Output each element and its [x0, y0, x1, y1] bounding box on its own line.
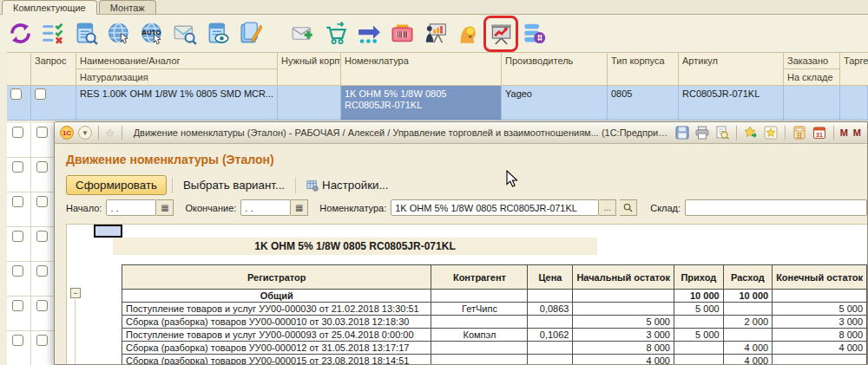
row-case-type-cell[interactable]: 0805	[608, 86, 679, 121]
transfer-icon[interactable]	[356, 20, 382, 48]
row-zapros-cell	[31, 86, 76, 121]
search-icon[interactable]	[620, 199, 637, 216]
zapros-checkbox[interactable]	[36, 300, 48, 311]
row-checkbox[interactable]	[12, 265, 23, 277]
dialog-titlebar[interactable]: 1С ▼ ☆ Движение номенклатуры (Эталон) - …	[55, 122, 867, 144]
header-nomenclature: Номенклатура	[341, 52, 502, 86]
movement-report-dialog: 1С ▼ ☆ Движение номенклатуры (Эталон) - …	[54, 121, 868, 365]
generate-button[interactable]: Сформировать	[66, 175, 167, 195]
row-checkbox[interactable]	[12, 335, 23, 346]
zapros-checkbox[interactable]	[36, 196, 48, 207]
memory-m1-button[interactable]: M	[840, 127, 849, 138]
settings-grid-icon	[306, 179, 319, 192]
row-case-cell[interactable]	[278, 86, 341, 121]
row-manufacturer-cell[interactable]: Yageo	[502, 86, 608, 121]
print-icon[interactable]	[694, 125, 710, 140]
header-article: Артикул	[679, 52, 784, 86]
warehouse-input[interactable]	[685, 199, 867, 216]
selected-spreadsheet-cell[interactable]	[94, 225, 122, 238]
row-select-cell	[7, 86, 31, 121]
zapros-checkbox[interactable]	[36, 161, 48, 173]
choose-variant-button[interactable]: Выбрать вариант...	[178, 176, 290, 194]
group-line	[75, 299, 76, 365]
settings-button[interactable]: Настройки...	[301, 176, 393, 194]
zapros-checkbox[interactable]	[36, 335, 48, 346]
idea-icon[interactable]	[455, 20, 481, 48]
row-checkbox[interactable]	[12, 300, 23, 311]
components-table-header: Запрос Наименование/АналогНатурализация …	[7, 52, 868, 86]
tab-bar: Комплектующие Монтаж	[0, 0, 868, 15]
header-case: Нужный корпус	[278, 52, 341, 86]
cart-icon[interactable]	[323, 20, 349, 48]
row-target-cell[interactable]	[840, 86, 868, 121]
row-ordered-cell[interactable]	[784, 86, 840, 121]
svg-text:AUTO: AUTO	[141, 29, 161, 36]
dialog-body: Движение номенклатуры (Эталон) Сформиров…	[55, 144, 867, 365]
row-checkbox[interactable]	[12, 231, 23, 242]
refresh-icon[interactable]	[7, 20, 33, 48]
end-calendar-button[interactable]: ▦	[291, 199, 308, 216]
end-label: Окончание:	[185, 203, 236, 213]
chevron-down-icon[interactable]: ▼	[78, 126, 92, 140]
header-manufacturer: Производитель	[502, 52, 608, 86]
save-icon[interactable]	[674, 125, 690, 140]
print-preview-icon[interactable]	[714, 125, 730, 140]
web-search-icon[interactable]	[106, 20, 132, 48]
table-row: Поступление товаров и услуг УУ00-000030 …	[122, 303, 867, 316]
calculator-icon[interactable]	[792, 125, 807, 140]
document-search-icon[interactable]	[73, 20, 99, 48]
database-settings-icon[interactable]	[521, 20, 547, 48]
app-window: Комплектующие Монтаж AUTO Запрос Наимено…	[0, 0, 868, 365]
mail-add-icon[interactable]	[290, 20, 316, 48]
row-article-cell[interactable]: RC0805JR-071KL	[679, 86, 784, 121]
mail-search-icon[interactable]	[172, 20, 198, 48]
barcode-icon[interactable]	[389, 20, 415, 48]
nomenclature-choose-button[interactable]: ...	[599, 199, 616, 216]
1c-logo-icon: 1С	[60, 126, 74, 140]
nomenclature-input[interactable]	[391, 199, 599, 216]
web-auto-search-icon[interactable]: AUTO	[139, 20, 165, 48]
movement-table-header: Регистратор Контрагент Цена Начальный ос…	[122, 265, 867, 290]
zapros-checkbox[interactable]	[36, 265, 48, 277]
end-date-input[interactable]	[240, 199, 291, 216]
row-checkbox[interactable]	[10, 88, 22, 100]
check-list-icon[interactable]	[40, 20, 66, 48]
row-nomenclature-cell[interactable]: 1K OHM 5% 1/8W 0805RC0805JR-071KL	[341, 86, 502, 121]
components-table: Запрос Наименование/АналогНатурализация …	[7, 52, 868, 121]
tab-components[interactable]: Комплектующие	[2, 0, 97, 15]
memory-m2-button[interactable]: M	[853, 127, 862, 138]
table-row[interactable]: RES 1.00K OHM 1/8W 1% 0805 SMD MCR... 1K…	[7, 86, 868, 121]
table-row: Сборка (разборка) товаров УУ00-000010 от…	[122, 316, 867, 329]
header-target: Тарге	[840, 52, 868, 86]
header-name: Наименование/АналогНатурализация	[76, 52, 278, 86]
start-calendar-button[interactable]: ▦	[156, 199, 174, 216]
header-case-type: Тип корпуса	[608, 52, 679, 86]
movement-table: Регистратор Контрагент Цена Начальный ос…	[122, 264, 867, 365]
table-row: Общий 10 000 10 000	[122, 290, 867, 303]
document-edit-icon[interactable]	[238, 20, 264, 48]
filter-row: Начало: ▦ Окончание: ▦ Номенклатура: ...…	[66, 199, 867, 216]
header-ordered: ЗаказаноНа складе	[784, 52, 840, 86]
start-date-input[interactable]	[106, 199, 156, 216]
movement-chart-icon[interactable]	[488, 20, 514, 48]
calendar-icon[interactable]: 31	[812, 125, 827, 140]
row-checkbox[interactable]	[12, 161, 23, 173]
presentation-icon[interactable]	[422, 20, 448, 48]
collapse-group-button[interactable]: −	[70, 288, 81, 298]
favorites-add-icon[interactable]	[743, 125, 759, 140]
report-area: 1K OHM 5% 1/8W 0805 RC0805JR-071KL − Рег…	[66, 224, 867, 365]
star-icon[interactable]: ☆	[105, 127, 115, 140]
row-checkbox[interactable]	[12, 127, 23, 138]
zapros-checkbox[interactable]	[36, 127, 48, 138]
report-toolbar: Сформировать Выбрать вариант... Настройк…	[66, 175, 394, 195]
report-title: 1K OHM 5% 1/8W 0805 RC0805JR-071KL	[113, 238, 597, 255]
row-name-cell[interactable]: RES 1.00K OHM 1/8W 1% 0805 SMD MCR...	[76, 86, 278, 121]
tab-montage[interactable]: Монтаж	[99, 0, 156, 14]
document-view-icon[interactable]	[205, 20, 231, 48]
row-checkbox[interactable]	[12, 196, 23, 207]
main-toolbar: AUTO	[0, 15, 868, 52]
favorites-icon[interactable]	[763, 125, 779, 140]
zapros-checkbox[interactable]	[35, 88, 46, 100]
nomenclature-label: Номенклатура:	[319, 203, 386, 213]
zapros-checkbox[interactable]	[36, 231, 48, 242]
